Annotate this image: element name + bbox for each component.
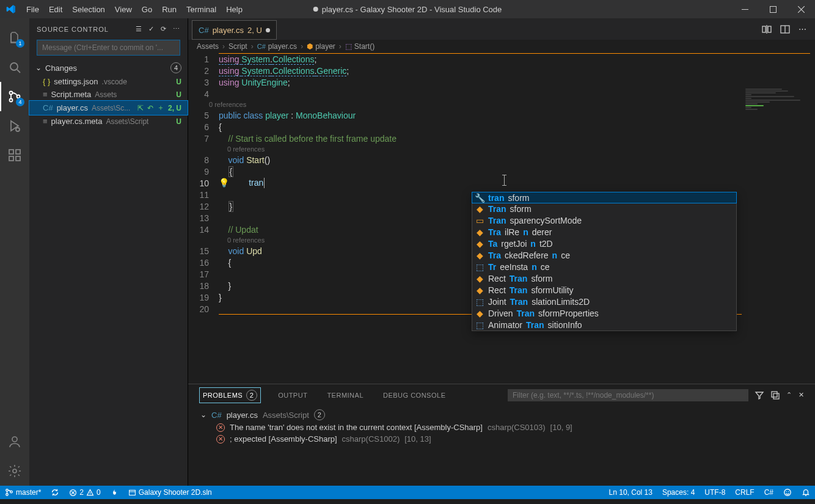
status-feedback-icon[interactable] [778, 486, 797, 499]
code-line[interactable]: 10💡 tran [188, 177, 815, 189]
stage-icon[interactable]: ＋ [157, 103, 164, 113]
breadcrumb-sep: › [301, 42, 303, 51]
menu-edit[interactable]: Edit [44, 0, 67, 18]
suggest-item[interactable]: ◆TrackedReference [472, 249, 736, 261]
code-line[interactable]: 4 [188, 88, 815, 100]
compare-icon[interactable] [762, 24, 772, 34]
search-icon[interactable] [0, 53, 29, 82]
minimize-button[interactable] [731, 0, 759, 18]
tab-player-cs[interactable]: C# player.cs 2, U [192, 20, 277, 40]
suggest-item[interactable]: ▭TransparencySortMode [472, 214, 736, 226]
account-icon[interactable] [0, 427, 29, 456]
lightbulb-icon[interactable]: 💡 [219, 178, 229, 188]
collapse-all-icon[interactable] [770, 390, 780, 400]
code-line[interactable]: 6{ [188, 121, 815, 133]
menu-help[interactable]: Help [221, 0, 247, 18]
commit-icon[interactable]: ✓ [148, 25, 155, 33]
status-bell-icon[interactable] [797, 486, 815, 499]
source-control-icon[interactable]: 4 [0, 82, 29, 111]
code-line[interactable]: 1using System.Collections; [188, 53, 815, 65]
refresh-icon[interactable]: ⟳ [161, 25, 167, 33]
maximize-button[interactable] [759, 0, 787, 18]
settings-gear-icon[interactable] [0, 456, 29, 486]
problem-file[interactable]: ⌄ C# player.cs Assets\Script 2 [198, 408, 805, 422]
code-line[interactable]: 2using System.Collections.Generic; [188, 65, 815, 76]
suggest-widget[interactable]: 🔧transform◆Transform▭TransparencySortMod… [472, 192, 737, 331]
status-sync[interactable] [46, 486, 64, 499]
status-spaces[interactable]: Spaces: 4 [657, 486, 700, 499]
scm-file-Script-meta[interactable]: ≡Script.meta AssetsU [29, 88, 188, 101]
code-line[interactable]: 7 // Start is called before the first fr… [188, 133, 815, 144]
breadcrumb-item[interactable]: ⬚ Start() [345, 42, 375, 51]
suggest-item[interactable]: ◆TargetJoint2D [472, 238, 736, 249]
menu-go[interactable]: Go [137, 0, 157, 18]
status-eol[interactable]: CRLF [730, 486, 759, 499]
breadcrumb-item[interactable]: Script [228, 42, 247, 51]
menu-view[interactable]: View [110, 0, 137, 18]
discard-icon[interactable]: ↶ [147, 104, 153, 112]
svg-point-11 [12, 437, 17, 442]
breadcrumb-item[interactable]: C# player.cs [257, 42, 297, 51]
status-language[interactable]: C# [759, 486, 778, 499]
scm-file-player-cs-meta[interactable]: ≡player.cs.meta Assets\ScriptU [29, 115, 188, 128]
minimap[interactable] [742, 88, 815, 351]
status-flame-icon[interactable] [106, 486, 123, 499]
scm-file-player-cs[interactable]: C#player.cs Assets\Sc...⇱ ↶ ＋ 2, U [29, 101, 188, 115]
status-encoding[interactable]: UTF-8 [700, 486, 730, 499]
problem-item[interactable]: ✕; expected [Assembly-CSharp] csharp(CS1… [198, 433, 805, 445]
split-editor-icon[interactable] [780, 24, 790, 34]
menu-terminal[interactable]: Terminal [181, 0, 221, 18]
suggest-item[interactable]: ◆DrivenTransformProperties [472, 307, 736, 319]
panel-close-icon[interactable]: ✕ [799, 391, 805, 399]
breadcrumb-item[interactable]: Assets [197, 42, 219, 51]
run-debug-icon[interactable] [0, 111, 29, 141]
tab-debug-console[interactable]: DEBUG CONSOLE [381, 389, 448, 401]
suggest-item[interactable]: ◆Transform [472, 203, 736, 214]
status-solution[interactable]: Galaxy Shooter 2D.sln [123, 486, 217, 499]
code-line[interactable]: 9 { [188, 166, 815, 177]
sidebar-actions: ☰ ✓ ⟳ ⋯ [136, 25, 180, 33]
tab-output[interactable]: OUTPUT [276, 389, 310, 401]
view-tree-icon[interactable]: ☰ [136, 25, 142, 33]
problems-filter-input[interactable] [508, 389, 748, 401]
suggest-item[interactable]: ⬚JointTranslationLimits2D [472, 296, 736, 307]
explorer-icon[interactable]: 1 [0, 23, 29, 53]
status-branch[interactable]: master* [0, 486, 46, 499]
suggest-item[interactable]: ⬚TreeInstance [472, 261, 736, 272]
scm-file-settings-json[interactable]: { }settings.json .vscodeU [29, 75, 188, 88]
extensions-icon[interactable] [0, 141, 29, 170]
menu-selection[interactable]: Selection [67, 0, 109, 18]
suggest-item[interactable]: ◆RectTransformUtility [472, 284, 736, 296]
code-line[interactable]: 3using UnityEngine; [188, 76, 815, 88]
problem-item[interactable]: ✕The name 'tran' does not exist in the c… [198, 422, 805, 433]
panel-maximize-icon[interactable]: ⌃ [786, 391, 792, 399]
svg-rect-9 [16, 156, 20, 161]
codelens-references[interactable]: 0 references [188, 100, 815, 109]
suggest-item[interactable]: ⬚AnimatorTransitionInfo [472, 319, 736, 331]
commit-message-input[interactable] [37, 40, 180, 56]
code-line[interactable]: 8 void Start() [188, 154, 815, 166]
breadcrumb[interactable]: Assets›Script›C# player.cs›⬢ player›⬚ St… [188, 40, 815, 53]
open-file-icon[interactable]: ⇱ [137, 104, 144, 112]
more-icon[interactable]: ⋯ [173, 25, 180, 33]
menu-run[interactable]: Run [157, 0, 181, 18]
suggest-item[interactable]: 🔧transform [472, 192, 737, 203]
file-name: Script.meta [51, 90, 92, 99]
breadcrumb-item[interactable]: ⬢ player [307, 42, 335, 51]
codelens-references[interactable]: 0 references [188, 144, 815, 154]
file-name: player.cs.meta [51, 117, 103, 126]
status-errors[interactable]: 2 0 [64, 486, 105, 499]
changes-section[interactable]: ⌄ Changes 4 [29, 60, 188, 75]
tab-problems[interactable]: PROBLEMS 2 [199, 387, 261, 403]
status-cursor-pos[interactable]: Ln 10, Col 13 [604, 486, 657, 499]
suggest-item[interactable]: ◆TrailRenderer [472, 226, 736, 238]
close-button[interactable] [787, 0, 815, 18]
filter-icon[interactable] [755, 390, 764, 400]
suggest-item[interactable]: ◆RectTransform [472, 272, 736, 284]
svg-point-4 [10, 99, 13, 102]
more-actions-icon[interactable]: ⋯ [799, 24, 806, 34]
tab-terminal[interactable]: TERMINAL [324, 389, 366, 401]
code-line[interactable]: 5public class player : MonoBehaviour [188, 109, 815, 121]
code-editor[interactable]: 1using System.Collections;2using System.… [188, 53, 815, 384]
menu-file[interactable]: File [21, 0, 44, 18]
